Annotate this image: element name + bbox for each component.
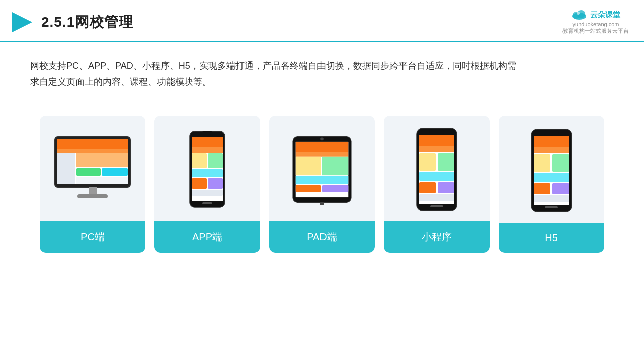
svg-rect-62 — [545, 206, 558, 208]
svg-rect-8 — [57, 149, 128, 153]
svg-rect-36 — [296, 185, 321, 192]
card-label-app: APP端 — [154, 221, 260, 253]
svg-marker-0 — [12, 12, 32, 32]
svg-rect-27 — [202, 202, 212, 204]
svg-rect-12 — [102, 168, 128, 176]
svg-point-30 — [320, 137, 324, 140]
svg-rect-57 — [552, 154, 569, 172]
cards-container: PC端 APP端 — [0, 101, 644, 253]
svg-rect-25 — [208, 178, 223, 189]
header-left: 2.5.1网校管理 — [10, 10, 133, 34]
card-label-pc: PC端 — [40, 221, 145, 253]
svg-rect-21 — [192, 153, 207, 168]
svg-rect-33 — [296, 157, 321, 175]
svg-rect-42 — [419, 135, 454, 146]
card-h5: H5 — [499, 116, 604, 253]
card-image-mini — [384, 116, 490, 221]
monitor-icon — [52, 134, 133, 205]
svg-rect-9 — [57, 153, 75, 184]
svg-rect-7 — [57, 139, 128, 149]
svg-rect-13 — [76, 177, 128, 184]
card-label-mini: 小程序 — [384, 221, 490, 253]
svg-rect-49 — [419, 194, 454, 201]
svg-rect-11 — [76, 168, 101, 176]
card-image-h5 — [499, 116, 604, 223]
svg-rect-15 — [77, 194, 108, 198]
page-header: 2.5.1网校管理 云朵课堂 yunduoketang.com 教育机构一站式服… — [0, 0, 644, 42]
card-image-app — [154, 116, 260, 221]
svg-point-4 — [577, 12, 580, 15]
svg-rect-24 — [192, 178, 207, 189]
svg-rect-61 — [534, 195, 569, 202]
svg-rect-19 — [192, 137, 223, 147]
svg-rect-55 — [534, 147, 569, 153]
svg-rect-45 — [438, 153, 454, 171]
svg-rect-60 — [552, 183, 569, 194]
phone-app-icon — [187, 130, 227, 208]
card-pc: PC端 — [40, 116, 145, 253]
svg-rect-54 — [534, 136, 569, 147]
svg-rect-48 — [438, 182, 454, 193]
svg-rect-20 — [192, 147, 223, 153]
svg-rect-23 — [192, 169, 223, 177]
svg-rect-58 — [534, 173, 569, 182]
svg-rect-46 — [419, 172, 454, 181]
svg-rect-35 — [296, 176, 349, 184]
svg-rect-44 — [419, 153, 436, 171]
card-mini: 小程序 — [384, 116, 490, 253]
logo-text: 云朵课堂 — [590, 10, 620, 20]
logo-sub-text: yunduoketang.com 教育机构一站式服务云平台 — [562, 21, 629, 35]
description-text: 网校支持PC、APP、PAD、小程序、H5，实现多端打通，产品各终端自由切换，数… — [0, 42, 553, 101]
svg-rect-22 — [208, 153, 223, 168]
svg-rect-14 — [89, 187, 97, 194]
svg-rect-50 — [430, 205, 443, 207]
card-label-pad: PAD端 — [269, 221, 375, 253]
play-icon — [10, 10, 34, 34]
card-label-h5: H5 — [499, 223, 604, 253]
card-image-pc — [40, 116, 145, 221]
cloud-icon — [571, 9, 587, 20]
svg-rect-43 — [419, 146, 454, 152]
svg-rect-47 — [419, 182, 436, 193]
logo-area: 云朵课堂 yunduoketang.com 教育机构一站式服务云平台 — [562, 9, 629, 35]
logo-cloud: 云朵课堂 — [571, 9, 620, 20]
page-title: 2.5.1网校管理 — [41, 13, 133, 32]
phone-mini-icon — [414, 127, 459, 212]
phone-h5-icon — [529, 128, 574, 213]
svg-rect-10 — [76, 153, 128, 167]
svg-rect-26 — [192, 190, 223, 196]
card-pad: PAD端 — [269, 116, 375, 253]
card-app: APP端 — [154, 116, 260, 253]
svg-rect-32 — [296, 152, 349, 156]
tablet-icon — [287, 134, 357, 205]
svg-rect-59 — [534, 183, 550, 194]
svg-rect-53 — [544, 130, 559, 135]
svg-rect-31 — [296, 142, 349, 152]
card-image-pad — [269, 116, 375, 221]
svg-rect-18 — [201, 131, 213, 136]
svg-rect-34 — [322, 157, 348, 175]
svg-rect-41 — [429, 129, 444, 134]
svg-rect-56 — [534, 154, 550, 172]
svg-rect-37 — [322, 185, 348, 192]
